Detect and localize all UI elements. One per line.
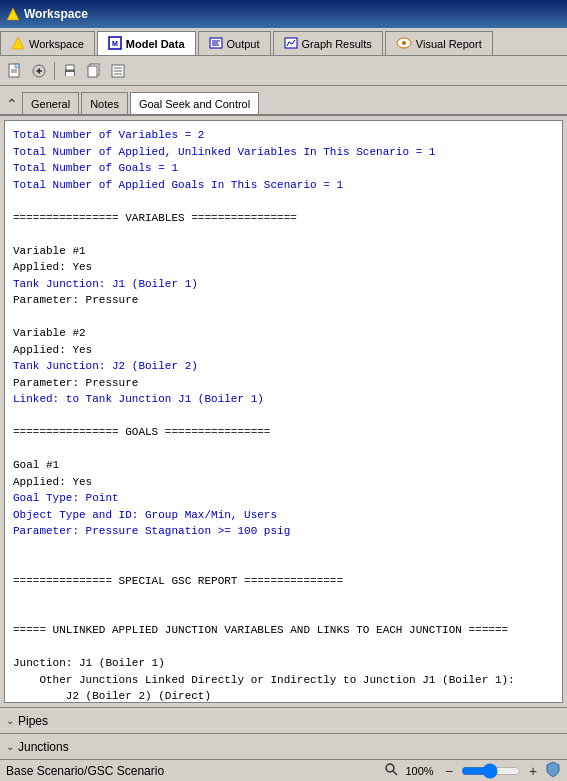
status-bar: Base Scenario/GSC Scenario 100% − +	[0, 759, 567, 781]
text-line: Total Number of Applied, Unlinked Variab…	[13, 144, 554, 161]
junctions-chevron-icon: ⌄	[6, 741, 14, 752]
tab-graph-results-label: Graph Results	[302, 38, 372, 50]
text-line: Parameter: Pressure	[13, 375, 554, 392]
tab-general-label: General	[31, 98, 70, 110]
output-icon	[209, 36, 223, 52]
text-line: J2 (Boiler 2) (Direct)	[13, 688, 554, 703]
copy-button[interactable]	[83, 60, 105, 82]
pipes-chevron-icon: ⌄	[6, 715, 14, 726]
toolbar	[0, 56, 567, 86]
text-line	[13, 193, 554, 210]
text-line: Applied: Yes	[13, 474, 554, 491]
pipes-section-label: Pipes	[18, 714, 48, 728]
text-line: Linked: to Tank Junction J1 (Boiler 1)	[13, 391, 554, 408]
text-line: Goal Type: Point	[13, 490, 554, 507]
text-line: =============== SPECIAL GSC REPORT =====…	[13, 573, 554, 590]
svg-point-27	[386, 764, 394, 772]
tab-visual-report-label: Visual Report	[416, 38, 482, 50]
text-line	[13, 226, 554, 243]
title-bar: Workspace	[0, 0, 567, 28]
text-line: ================ GOALS ================	[13, 424, 554, 441]
svg-line-28	[393, 771, 397, 775]
model-data-icon: M	[108, 36, 122, 52]
text-line	[13, 639, 554, 656]
tab-notes-label: Notes	[90, 98, 119, 110]
print-button[interactable]	[59, 60, 81, 82]
tab-visual-report[interactable]: Visual Report	[385, 31, 493, 55]
title-workspace-label: Workspace	[24, 7, 88, 21]
zoom-in-button[interactable]: +	[525, 763, 541, 779]
svg-point-10	[402, 41, 406, 45]
text-line: ================ VARIABLES =============…	[13, 210, 554, 227]
text-line	[13, 540, 554, 557]
tab-graph-results[interactable]: Graph Results	[273, 31, 383, 55]
new-button[interactable]	[4, 60, 26, 82]
junctions-section-header[interactable]: ⌄ Junctions	[0, 733, 567, 759]
list-button[interactable]	[107, 60, 129, 82]
text-line: Goal #1	[13, 457, 554, 474]
status-right: 100% − +	[384, 761, 561, 780]
text-line: Tank Junction: J2 (Boiler 2)	[13, 358, 554, 375]
text-line: Object Type and ID: Group Max/Min, Users	[13, 507, 554, 524]
text-line: Applied: Yes	[13, 259, 554, 276]
text-line: Applied: Yes	[13, 342, 554, 359]
text-line: Junction: J1 (Boiler 1)	[13, 655, 554, 672]
svg-rect-20	[66, 65, 74, 70]
pipes-section-header[interactable]: ⌄ Pipes	[0, 707, 567, 733]
text-line: Total Number of Variables = 2	[13, 127, 554, 144]
svg-marker-1	[12, 37, 24, 49]
search-icon	[384, 762, 398, 779]
junctions-section-label: Junctions	[18, 740, 69, 754]
svg-marker-0	[7, 8, 19, 20]
text-line: Other Junctions Linked Directly or Indir…	[13, 672, 554, 689]
back-button[interactable]	[28, 60, 50, 82]
tab-model-data[interactable]: M Model Data	[97, 31, 196, 55]
zoom-slider[interactable]	[461, 764, 521, 778]
tab-model-data-label: Model Data	[126, 38, 185, 50]
text-line: Total Number of Goals = 1	[13, 160, 554, 177]
top-tab-bar: Workspace M Model Data Output	[0, 28, 567, 56]
text-line	[13, 309, 554, 326]
sub-tab-bar: ⌃ General Notes Goal Seek and Control	[0, 86, 567, 116]
text-line	[13, 408, 554, 425]
text-panel[interactable]: Total Number of Variables = 2Total Numbe…	[4, 120, 563, 703]
tab-notes[interactable]: Notes	[81, 92, 128, 114]
main-content: Total Number of Variables = 2Total Numbe…	[0, 116, 567, 707]
sub-tab-scroll-left[interactable]: ⌃	[4, 94, 20, 114]
workspace-icon	[6, 7, 20, 21]
zoom-out-button[interactable]: −	[441, 763, 457, 779]
tab-output-label: Output	[227, 38, 260, 50]
visual-icon	[396, 36, 412, 52]
text-line: Parameter: Pressure Stagnation >= 100 ps…	[13, 523, 554, 540]
text-line: Total Number of Applied Goals In This Sc…	[13, 177, 554, 194]
text-line	[13, 606, 554, 623]
text-line: Parameter: Pressure	[13, 292, 554, 309]
text-line: ===== UNLINKED APPLIED JUNCTION VARIABLE…	[13, 622, 554, 639]
svg-rect-19	[66, 72, 74, 76]
tab-output[interactable]: Output	[198, 31, 271, 55]
text-line	[13, 556, 554, 573]
svg-rect-22	[88, 66, 97, 77]
text-line	[13, 589, 554, 606]
tab-workspace[interactable]: Workspace	[0, 31, 95, 55]
text-line: Tank Junction: J1 (Boiler 1)	[13, 276, 554, 293]
workspace-tab-icon	[11, 36, 25, 52]
text-line	[13, 441, 554, 458]
tab-general[interactable]: General	[22, 92, 79, 114]
tab-workspace-label: Workspace	[29, 38, 84, 50]
graph-icon	[284, 36, 298, 52]
svg-marker-12	[15, 64, 19, 68]
tab-goal-seek-label: Goal Seek and Control	[139, 98, 250, 110]
toolbar-separator-1	[54, 62, 55, 80]
tab-goal-seek[interactable]: Goal Seek and Control	[130, 92, 259, 114]
text-line: Variable #1	[13, 243, 554, 260]
text-line: Variable #2	[13, 325, 554, 342]
zoom-level: 100%	[402, 765, 437, 777]
shield-icon	[545, 761, 561, 780]
svg-text:M: M	[112, 40, 118, 47]
status-label: Base Scenario/GSC Scenario	[6, 764, 164, 778]
